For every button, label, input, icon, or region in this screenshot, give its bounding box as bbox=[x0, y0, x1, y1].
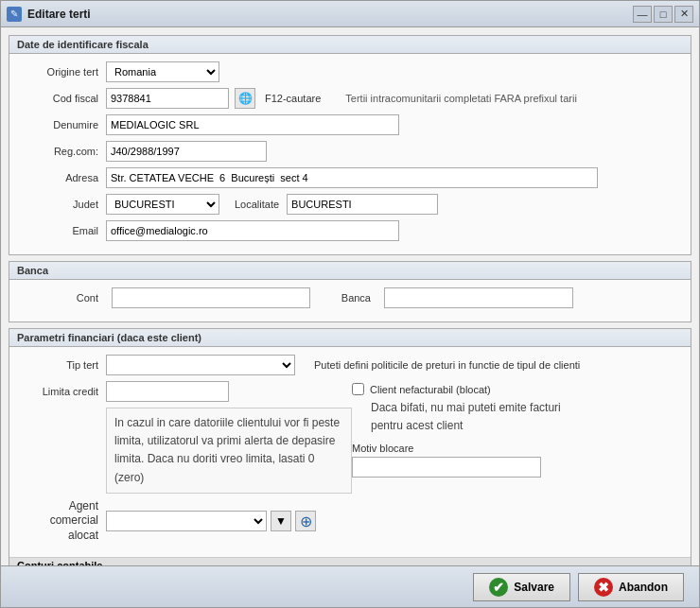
localitate-input[interactable] bbox=[287, 194, 438, 215]
email-row: Email bbox=[21, 220, 679, 241]
cod-fiscal-input[interactable] bbox=[106, 88, 229, 109]
regcom-label: Reg.com: bbox=[21, 146, 106, 157]
save-button[interactable]: ✔ Salvare bbox=[473, 573, 570, 601]
parametri-body: Tip tert Puteti defini politicile de pre… bbox=[9, 347, 691, 557]
banca-input[interactable] bbox=[384, 287, 573, 308]
agent-controls: ▼ ⊕ bbox=[106, 511, 316, 531]
nefacturabil-checkbox[interactable] bbox=[352, 383, 364, 395]
f12-label: F12-cautare bbox=[265, 93, 321, 104]
date-identificare-section: Date de identificare fiscala Origine ter… bbox=[9, 35, 691, 255]
limita-left: Limita credit In cazul in care datoriile… bbox=[21, 381, 352, 494]
origine-label: Origine tert bbox=[21, 66, 106, 78]
cont-label: Cont bbox=[21, 292, 106, 304]
info-text: In cazul in care datoriile clientului vo… bbox=[106, 408, 352, 494]
save-label: Salvare bbox=[514, 581, 554, 594]
window-icon: ✎ bbox=[7, 7, 22, 22]
agent-label: Agent comercial alocat bbox=[21, 499, 106, 544]
origine-select[interactable]: Romania Alta tara bbox=[106, 61, 219, 82]
date-identificare-header: Date de identificare fiscala bbox=[9, 36, 691, 54]
info-box: In cazul in care datoriile clientului vo… bbox=[106, 408, 352, 494]
limita-input[interactable] bbox=[106, 381, 229, 402]
email-input[interactable] bbox=[106, 220, 399, 241]
email-label: Email bbox=[21, 225, 106, 236]
adresa-input[interactable] bbox=[106, 167, 598, 188]
checkbox-row: Client nefacturabil (blocat) bbox=[352, 383, 679, 395]
judet-select[interactable]: BUCURESTI bbox=[106, 194, 219, 215]
limita-row: Limita credit bbox=[21, 381, 352, 402]
tip-tert-label: Tip tert bbox=[21, 359, 106, 371]
nefacturabil-right: Client nefacturabil (blocat) Daca bifati… bbox=[352, 381, 679, 478]
agent-row: Agent comercial alocat ▼ ⊕ bbox=[21, 499, 679, 544]
blocat-text1: Daca bifati, nu mai puteti emite facturi bbox=[371, 399, 679, 417]
maximize-button[interactable]: □ bbox=[654, 6, 673, 23]
intracom-text: Tertii intracomunitarii completati FARA … bbox=[345, 93, 577, 104]
cod-fiscal-row: Cod fiscal 🌐 F12-cautare Tertii intracom… bbox=[21, 88, 679, 109]
motiv-label: Motiv blocare bbox=[352, 443, 679, 454]
date-identificare-body: Origine tert Romania Alta tara Cod fisca… bbox=[9, 54, 691, 254]
cod-fiscal-group: 🌐 F12-cautare Tertii intracomunitarii co… bbox=[106, 88, 577, 109]
save-icon: ✔ bbox=[489, 578, 508, 597]
puteti-text: Puteti defini politicile de preturi in f… bbox=[314, 359, 580, 371]
cancel-button[interactable]: ✖ Abandon bbox=[578, 573, 684, 601]
conturi-header: Conturi contabile bbox=[9, 557, 691, 565]
limita-label: Limita credit bbox=[21, 386, 106, 397]
banca-section: Banca Cont Banca bbox=[9, 261, 691, 322]
judet-label: Judet bbox=[21, 199, 106, 210]
main-content: Date de identificare fiscala Origine ter… bbox=[1, 27, 699, 565]
banca-header: Banca bbox=[9, 262, 691, 280]
motiv-row: Motiv blocare bbox=[352, 443, 679, 478]
localitate-label: Localitate bbox=[235, 199, 279, 210]
blocat-info: Daca bifati, nu mai puteti emite facturi… bbox=[371, 399, 679, 435]
main-window: ✎ Editare terti — □ ✕ Date de identifica… bbox=[0, 0, 700, 608]
cancel-icon: ✖ bbox=[594, 578, 613, 597]
title-bar-left: ✎ Editare terti bbox=[7, 7, 91, 22]
origine-row: Origine tert Romania Alta tara bbox=[21, 61, 679, 82]
cod-fiscal-globe-button[interactable]: 🌐 bbox=[235, 88, 255, 109]
tip-tert-select[interactable] bbox=[106, 355, 295, 375]
checkbox-label: Client nefacturabil (blocat) bbox=[370, 384, 491, 395]
parametri-header: Parametri financiari (daca este client) bbox=[9, 329, 691, 347]
banca-field-label: Banca bbox=[331, 292, 378, 304]
limita-nefacturabil-row: Limita credit In cazul in care datoriile… bbox=[21, 381, 679, 494]
cont-input[interactable] bbox=[112, 287, 310, 308]
minimize-button[interactable]: — bbox=[633, 6, 652, 23]
title-bar: ✎ Editare terti — □ ✕ bbox=[1, 1, 699, 27]
denumire-row: Denumire bbox=[21, 114, 679, 135]
tip-tert-row: Tip tert Puteti defini politicile de pre… bbox=[21, 355, 679, 375]
motiv-input[interactable] bbox=[352, 457, 541, 478]
cancel-label: Abandon bbox=[619, 581, 668, 594]
agent-select[interactable] bbox=[106, 511, 267, 531]
bottom-bar: ✔ Salvare ✖ Abandon bbox=[1, 565, 699, 607]
title-bar-buttons: — □ ✕ bbox=[633, 6, 693, 23]
parametri-section: Parametri financiari (daca este client) … bbox=[9, 328, 691, 565]
regcom-input[interactable] bbox=[106, 141, 267, 162]
banca-row: Cont Banca bbox=[21, 287, 679, 308]
cod-fiscal-label: Cod fiscal bbox=[21, 93, 106, 104]
denumire-input[interactable] bbox=[106, 114, 399, 135]
regcom-row: Reg.com: bbox=[21, 141, 679, 162]
adresa-row: Adresa bbox=[21, 167, 679, 188]
window-title: Editare terti bbox=[27, 8, 91, 21]
banca-body: Cont Banca bbox=[9, 280, 691, 321]
blocat-text2: pentru acest client bbox=[371, 417, 679, 435]
close-button[interactable]: ✕ bbox=[674, 6, 693, 23]
denumire-label: Denumire bbox=[21, 119, 106, 130]
judet-row: Judet BUCURESTI Localitate bbox=[21, 194, 679, 215]
adresa-label: Adresa bbox=[21, 172, 106, 183]
agent-dropdown-button[interactable]: ▼ bbox=[271, 511, 291, 531]
agent-add-button[interactable]: ⊕ bbox=[295, 511, 316, 531]
